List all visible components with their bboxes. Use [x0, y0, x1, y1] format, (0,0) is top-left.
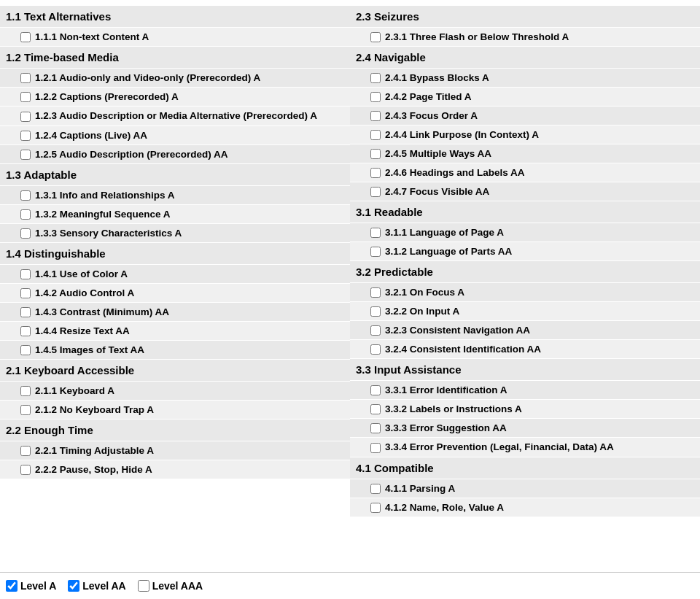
- footer-label-2: Level AAA: [152, 580, 203, 592]
- item-row: 3.3.1 Error Identification A: [350, 381, 700, 399]
- item-label: 2.3.1 Three Flash or Below Threshold A: [385, 31, 569, 42]
- item-label: 1.4.2 Audio Control A: [35, 287, 134, 298]
- item-label: 2.4.2 Page Titled A: [385, 91, 472, 102]
- checkbox-0-3-1[interactable]: [20, 288, 31, 298]
- item-row: 2.1.1 Keyboard A: [0, 382, 350, 400]
- item-row: 3.2.3 Consistent Navigation AA: [350, 321, 700, 339]
- footer-label-1: Level AA: [82, 580, 125, 592]
- checkbox-1-2-1[interactable]: [370, 247, 381, 257]
- checkbox-0-3-3[interactable]: [20, 326, 31, 336]
- checkbox-0-4-1[interactable]: [20, 405, 31, 415]
- checkbox-0-1-4[interactable]: [20, 150, 31, 160]
- item-label: 2.2.2 Pause, Stop, Hide A: [35, 464, 152, 475]
- item-label: 3.3.2 Labels or Instructions A: [385, 403, 522, 414]
- checkbox-0-3-4[interactable]: [20, 345, 31, 355]
- item-row: 2.4.5 Multiple Ways AA: [350, 144, 700, 163]
- item-row: 3.3.3 Error Suggestion AA: [350, 419, 700, 437]
- item-label: 1.2.4 Captions (Live) AA: [35, 130, 147, 141]
- item-row: 1.3.1 Info and Relationships A: [0, 186, 350, 204]
- item-row: 1.4.1 Use of Color A: [0, 265, 350, 283]
- checkbox-1-0-0[interactable]: [370, 32, 381, 42]
- checkbox-1-2-0[interactable]: [370, 228, 381, 238]
- checkbox-1-1-2[interactable]: [370, 111, 381, 121]
- column-2: 2.3 Seizures2.3.1 Three Flash or Below T…: [350, 0, 700, 523]
- section-header-0-1: 1.2 Time-based Media: [0, 47, 350, 68]
- item-row: 1.4.3 Contrast (Minimum) AA: [0, 303, 350, 321]
- item-row: 2.4.1 Bypass Blocks A: [350, 69, 700, 87]
- section-header-1-5: 4.1 Compatible: [350, 457, 700, 479]
- item-label: 2.4.7 Focus Visible AA: [385, 186, 489, 197]
- item-label: 2.4.3 Focus Order A: [385, 110, 478, 121]
- section-header-1-0: 2.3 Seizures: [350, 6, 700, 27]
- item-label: 3.2.3 Consistent Navigation AA: [385, 325, 530, 336]
- item-label: 3.2.4 Consistent Identification AA: [385, 344, 541, 355]
- checkbox-0-0-0[interactable]: [20, 32, 31, 42]
- footer-item-0: Level A: [6, 580, 56, 592]
- checkbox-0-1-3[interactable]: [20, 131, 31, 141]
- item-label: 2.4.5 Multiple Ways AA: [385, 148, 491, 159]
- checkbox-0-2-1[interactable]: [20, 209, 31, 220]
- item-row: 2.4.6 Headings and Labels AA: [350, 163, 700, 182]
- item-label: 3.2.1 On Focus A: [385, 287, 464, 298]
- item-row: 1.2.5 Audio Description (Prerecorded) AA: [0, 145, 350, 163]
- item-row: 1.3.2 Meaningful Sequence A: [0, 205, 350, 223]
- checkbox-0-3-2[interactable]: [20, 307, 31, 317]
- checkbox-1-3-3[interactable]: [370, 344, 381, 355]
- checkbox-1-3-0[interactable]: [370, 287, 381, 298]
- item-label: 1.4.4 Resize Text AA: [35, 325, 130, 336]
- checkbox-1-3-2[interactable]: [370, 325, 381, 336]
- item-row: 4.1.2 Name, Role, Value A: [350, 498, 700, 517]
- item-label: 1.2.3 Audio Description or Media Alterna…: [35, 110, 317, 121]
- footer-label-0: Level A: [20, 580, 56, 592]
- item-row: 2.4.4 Link Purpose (In Context) A: [350, 125, 700, 144]
- item-row: 2.3.1 Three Flash or Below Threshold A: [350, 28, 700, 46]
- item-label: 3.3.4 Error Prevention (Legal, Financial…: [385, 441, 614, 452]
- footer-checkbox-0[interactable]: [6, 580, 18, 592]
- checkbox-1-5-1[interactable]: [370, 503, 381, 513]
- item-label: 3.1.1 Language of Page A: [385, 227, 504, 238]
- checkbox-0-2-0[interactable]: [20, 190, 31, 201]
- section-header-0-0: 1.1 Text Alternatives: [0, 6, 350, 27]
- section-header-0-3: 1.4 Distinguishable: [0, 243, 350, 264]
- checkbox-0-5-0[interactable]: [20, 446, 31, 456]
- checkbox-0-1-0[interactable]: [20, 73, 31, 83]
- checkbox-0-3-0[interactable]: [20, 269, 31, 279]
- item-row: 3.2.4 Consistent Identification AA: [350, 340, 700, 358]
- checkbox-1-4-0[interactable]: [370, 385, 381, 395]
- checkbox-1-5-0[interactable]: [370, 484, 381, 494]
- checkbox-0-1-1[interactable]: [20, 92, 31, 102]
- item-label: 1.4.5 Images of Text AA: [35, 344, 144, 355]
- item-row: 3.2.1 On Focus A: [350, 283, 700, 301]
- checkbox-1-3-1[interactable]: [370, 306, 381, 317]
- item-row: 4.1.1 Parsing A: [350, 479, 700, 498]
- checkbox-1-1-6[interactable]: [370, 187, 381, 197]
- item-label: 3.1.2 Language of Parts AA: [385, 246, 512, 257]
- footer-checkbox-2[interactable]: [138, 580, 149, 592]
- checkbox-1-4-3[interactable]: [370, 443, 381, 453]
- checkbox-0-2-2[interactable]: [20, 228, 31, 239]
- item-label: 1.1.1 Non-text Content A: [35, 31, 149, 42]
- item-label: 2.1.1 Keyboard A: [35, 385, 114, 396]
- item-label: 2.4.4 Link Purpose (In Context) A: [385, 129, 539, 140]
- checkbox-1-1-4[interactable]: [370, 149, 381, 159]
- footer-checkbox-1[interactable]: [68, 580, 79, 592]
- item-row: 2.4.7 Focus Visible AA: [350, 182, 700, 201]
- item-row: 1.2.1 Audio-only and Video-only (Prereco…: [0, 69, 350, 87]
- section-header-1-1: 2.4 Navigable: [350, 47, 700, 68]
- checkbox-0-5-1[interactable]: [20, 465, 31, 475]
- checkbox-1-1-3[interactable]: [370, 130, 381, 140]
- item-label: 4.1.2 Name, Role, Value A: [385, 502, 504, 513]
- item-row: 3.1.1 Language of Page A: [350, 223, 700, 241]
- checkbox-1-1-0[interactable]: [370, 73, 381, 83]
- item-row: 2.2.2 Pause, Stop, Hide A: [0, 460, 350, 479]
- checkbox-1-1-5[interactable]: [370, 168, 381, 178]
- checkbox-1-4-1[interactable]: [370, 404, 381, 414]
- checkbox-1-4-2[interactable]: [370, 423, 381, 433]
- section-header-0-2: 1.3 Adaptable: [0, 164, 350, 185]
- checkbox-0-1-2[interactable]: [20, 112, 31, 122]
- item-row: 3.3.4 Error Prevention (Legal, Financial…: [350, 438, 700, 457]
- checkbox-0-4-0[interactable]: [20, 386, 31, 396]
- checkbox-1-1-1[interactable]: [370, 92, 381, 102]
- footer: Level ALevel AALevel AAA: [0, 572, 700, 599]
- item-row: 2.4.3 Focus Order A: [350, 107, 700, 125]
